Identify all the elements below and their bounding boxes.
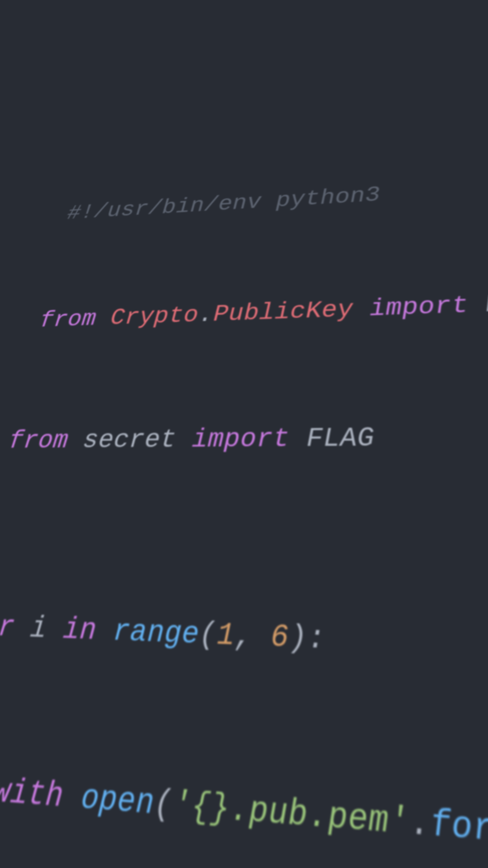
module-token: Crypto bbox=[109, 302, 199, 331]
keyword-token: import bbox=[191, 424, 290, 454]
space bbox=[290, 424, 306, 454]
space bbox=[353, 296, 370, 323]
number-token: 6 bbox=[271, 619, 289, 656]
code-line: from secret import FLAG bbox=[0, 362, 488, 514]
space bbox=[252, 618, 271, 655]
punct-token: : bbox=[307, 620, 326, 657]
module-token: secret bbox=[82, 425, 177, 455]
punct-token: . bbox=[408, 802, 432, 847]
keyword-token: with bbox=[0, 772, 66, 817]
space bbox=[467, 291, 487, 319]
code-line: #!/usr/bin/env python3 bbox=[0, 114, 488, 271]
punct-token: . bbox=[198, 302, 214, 328]
space bbox=[175, 425, 193, 454]
func-token: range bbox=[112, 614, 200, 652]
punct-token: , bbox=[234, 618, 253, 654]
number-token: 1 bbox=[216, 617, 235, 653]
code-viewport: #!/usr/bin/env python3 from Crypto.Publi… bbox=[0, 0, 488, 868]
func-token: open bbox=[80, 778, 155, 824]
keyword-token: from bbox=[38, 306, 97, 333]
keyword-token: in bbox=[61, 612, 98, 648]
punct-token: ( bbox=[153, 783, 174, 826]
comment-token: #!/usr/bin/env python3 bbox=[66, 183, 381, 225]
indent bbox=[40, 202, 69, 226]
name-token: FLAG bbox=[306, 423, 375, 454]
string-token: '{}.pub.pem' bbox=[172, 785, 411, 845]
punct-token: ) bbox=[289, 619, 307, 656]
punct-token: ( bbox=[198, 617, 217, 653]
attr-token: PublicKey bbox=[213, 297, 354, 328]
keyword-token: import bbox=[369, 292, 470, 322]
code-block: #!/usr/bin/env python3 from Crypto.Publi… bbox=[0, 114, 488, 868]
keyword-token: from bbox=[7, 426, 70, 455]
func-token: format bbox=[429, 803, 488, 857]
